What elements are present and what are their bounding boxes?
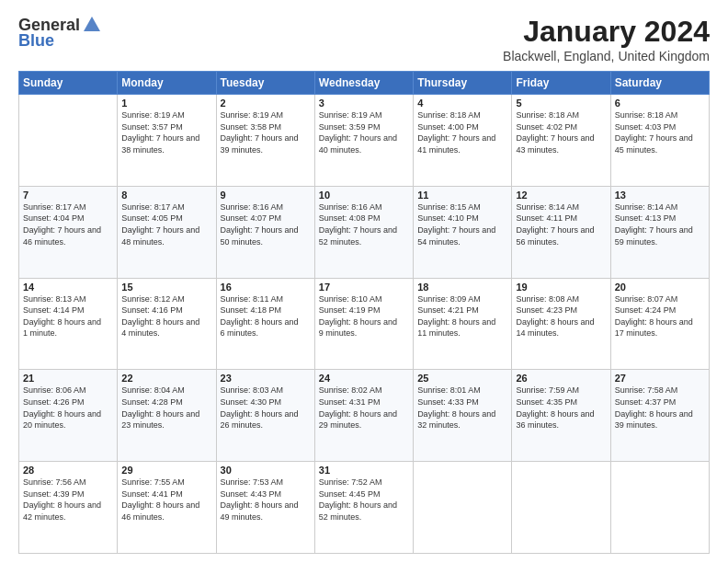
- location: Blackwell, England, United Kingdom: [503, 49, 710, 63]
- calendar-cell: 11Sunrise: 8:15 AMSunset: 4:10 PMDayligh…: [414, 186, 512, 278]
- day-info: Sunrise: 7:55 AMSunset: 4:41 PMDaylight:…: [121, 477, 211, 523]
- day-number: 8: [121, 190, 211, 201]
- day-number: 28: [23, 465, 113, 476]
- logo: General Blue: [18, 15, 102, 51]
- calendar-cell: 22Sunrise: 8:04 AMSunset: 4:28 PMDayligh…: [118, 370, 216, 462]
- header-monday: Monday: [118, 72, 216, 95]
- calendar-cell: 8Sunrise: 8:17 AMSunset: 4:05 PMDaylight…: [118, 186, 216, 278]
- day-info: Sunrise: 7:56 AMSunset: 4:39 PMDaylight:…: [23, 477, 113, 523]
- day-info: Sunrise: 8:18 AMSunset: 4:03 PMDaylight:…: [615, 109, 705, 155]
- title-block: January 2024 Blackwell, England, United …: [503, 15, 710, 63]
- day-info: Sunrise: 8:16 AMSunset: 4:07 PMDaylight:…: [221, 201, 311, 247]
- day-number: 30: [221, 465, 311, 476]
- day-number: 20: [615, 282, 705, 293]
- calendar-table: SundayMondayTuesdayWednesdayThursdayFrid…: [18, 71, 710, 554]
- day-info: Sunrise: 8:03 AMSunset: 4:30 PMDaylight:…: [221, 385, 311, 431]
- day-info: Sunrise: 8:09 AMSunset: 4:21 PMDaylight:…: [417, 293, 507, 339]
- day-number: 15: [121, 282, 211, 293]
- day-info: Sunrise: 8:19 AMSunset: 3:57 PMDaylight:…: [121, 109, 211, 155]
- calendar-cell: 31Sunrise: 7:52 AMSunset: 4:45 PMDayligh…: [314, 462, 413, 554]
- calendar-cell: 12Sunrise: 8:14 AMSunset: 4:11 PMDayligh…: [512, 186, 610, 278]
- calendar-cell: 19Sunrise: 8:08 AMSunset: 4:23 PMDayligh…: [512, 278, 610, 370]
- day-number: 12: [516, 190, 606, 201]
- day-info: Sunrise: 8:14 AMSunset: 4:13 PMDaylight:…: [615, 201, 705, 247]
- calendar-cell: 1Sunrise: 8:19 AMSunset: 3:57 PMDaylight…: [118, 95, 216, 187]
- calendar-cell: 28Sunrise: 7:56 AMSunset: 4:39 PMDayligh…: [19, 462, 118, 554]
- day-number: 6: [615, 98, 705, 109]
- day-info: Sunrise: 8:15 AMSunset: 4:10 PMDaylight:…: [417, 201, 507, 247]
- day-number: 18: [417, 282, 507, 293]
- calendar-cell: 14Sunrise: 8:13 AMSunset: 4:14 PMDayligh…: [19, 278, 118, 370]
- calendar-cell: 2Sunrise: 8:19 AMSunset: 3:58 PMDaylight…: [216, 95, 314, 187]
- header-thursday: Thursday: [414, 72, 512, 95]
- calendar-cell: 4Sunrise: 8:18 AMSunset: 4:00 PMDaylight…: [414, 95, 512, 187]
- day-number: 2: [221, 98, 311, 109]
- day-info: Sunrise: 7:58 AMSunset: 4:37 PMDaylight:…: [615, 385, 705, 431]
- logo-blue-text: Blue: [18, 31, 54, 51]
- calendar-cell: [512, 462, 610, 554]
- day-number: 4: [417, 98, 507, 109]
- day-info: Sunrise: 8:14 AMSunset: 4:11 PMDaylight:…: [516, 201, 606, 247]
- day-info: Sunrise: 7:53 AMSunset: 4:43 PMDaylight:…: [221, 477, 311, 523]
- calendar-cell: 7Sunrise: 8:17 AMSunset: 4:04 PMDaylight…: [19, 186, 118, 278]
- calendar-cell: 6Sunrise: 8:18 AMSunset: 4:03 PMDaylight…: [610, 95, 709, 187]
- calendar-cell: 18Sunrise: 8:09 AMSunset: 4:21 PMDayligh…: [414, 278, 512, 370]
- day-info: Sunrise: 8:06 AMSunset: 4:26 PMDaylight:…: [23, 385, 113, 431]
- header-sunday: Sunday: [19, 72, 118, 95]
- day-number: 24: [319, 373, 409, 384]
- calendar-cell: 30Sunrise: 7:53 AMSunset: 4:43 PMDayligh…: [216, 462, 314, 554]
- day-number: 27: [615, 373, 705, 384]
- svg-marker-0: [84, 17, 100, 31]
- calendar-cell: 3Sunrise: 8:19 AMSunset: 3:59 PMDaylight…: [314, 95, 413, 187]
- header-tuesday: Tuesday: [216, 72, 314, 95]
- day-info: Sunrise: 8:13 AMSunset: 4:14 PMDaylight:…: [23, 293, 113, 339]
- day-info: Sunrise: 8:17 AMSunset: 4:05 PMDaylight:…: [121, 201, 211, 247]
- day-info: Sunrise: 8:12 AMSunset: 4:16 PMDaylight:…: [121, 293, 211, 339]
- month-title: January 2024: [503, 15, 710, 49]
- day-info: Sunrise: 7:59 AMSunset: 4:35 PMDaylight:…: [516, 385, 606, 431]
- day-info: Sunrise: 8:18 AMSunset: 4:02 PMDaylight:…: [516, 109, 606, 155]
- day-number: 7: [23, 190, 113, 201]
- day-info: Sunrise: 8:01 AMSunset: 4:33 PMDaylight:…: [417, 385, 507, 431]
- calendar-header-row: SundayMondayTuesdayWednesdayThursdayFrid…: [19, 72, 710, 95]
- page: General Blue January 2024 Blackwell, Eng…: [0, 0, 728, 563]
- day-number: 5: [516, 98, 606, 109]
- calendar-cell: [414, 462, 512, 554]
- calendar-cell: 10Sunrise: 8:16 AMSunset: 4:08 PMDayligh…: [314, 186, 413, 278]
- calendar-cell: 24Sunrise: 8:02 AMSunset: 4:31 PMDayligh…: [314, 370, 413, 462]
- calendar-cell: 16Sunrise: 8:11 AMSunset: 4:18 PMDayligh…: [216, 278, 314, 370]
- header-friday: Friday: [512, 72, 610, 95]
- day-number: 11: [417, 190, 507, 201]
- day-info: Sunrise: 8:11 AMSunset: 4:18 PMDaylight:…: [221, 293, 311, 339]
- day-info: Sunrise: 8:02 AMSunset: 4:31 PMDaylight:…: [319, 385, 409, 431]
- day-info: Sunrise: 8:04 AMSunset: 4:28 PMDaylight:…: [121, 385, 211, 431]
- week-row-5: 28Sunrise: 7:56 AMSunset: 4:39 PMDayligh…: [19, 462, 710, 554]
- day-number: 16: [221, 282, 311, 293]
- week-row-2: 7Sunrise: 8:17 AMSunset: 4:04 PMDaylight…: [19, 186, 710, 278]
- header: General Blue January 2024 Blackwell, Eng…: [18, 15, 710, 63]
- calendar-cell: 17Sunrise: 8:10 AMSunset: 4:19 PMDayligh…: [314, 278, 413, 370]
- day-number: 17: [319, 282, 409, 293]
- week-row-1: 1Sunrise: 8:19 AMSunset: 3:57 PMDaylight…: [19, 95, 710, 187]
- calendar-cell: 23Sunrise: 8:03 AMSunset: 4:30 PMDayligh…: [216, 370, 314, 462]
- calendar-cell: 27Sunrise: 7:58 AMSunset: 4:37 PMDayligh…: [610, 370, 709, 462]
- calendar-cell: 13Sunrise: 8:14 AMSunset: 4:13 PMDayligh…: [610, 186, 709, 278]
- day-number: 1: [121, 98, 211, 109]
- day-info: Sunrise: 8:08 AMSunset: 4:23 PMDaylight:…: [516, 293, 606, 339]
- day-number: 22: [121, 373, 211, 384]
- day-info: Sunrise: 8:10 AMSunset: 4:19 PMDaylight:…: [319, 293, 409, 339]
- day-info: Sunrise: 8:17 AMSunset: 4:04 PMDaylight:…: [23, 201, 113, 247]
- calendar-cell: 29Sunrise: 7:55 AMSunset: 4:41 PMDayligh…: [118, 462, 216, 554]
- header-wednesday: Wednesday: [314, 72, 413, 95]
- day-number: 3: [319, 98, 409, 109]
- day-info: Sunrise: 8:19 AMSunset: 3:59 PMDaylight:…: [319, 109, 409, 155]
- week-row-3: 14Sunrise: 8:13 AMSunset: 4:14 PMDayligh…: [19, 278, 710, 370]
- calendar-cell: 20Sunrise: 8:07 AMSunset: 4:24 PMDayligh…: [610, 278, 709, 370]
- calendar-cell: [610, 462, 709, 554]
- day-number: 29: [121, 465, 211, 476]
- day-info: Sunrise: 8:16 AMSunset: 4:08 PMDaylight:…: [319, 201, 409, 247]
- calendar-cell: 25Sunrise: 8:01 AMSunset: 4:33 PMDayligh…: [414, 370, 512, 462]
- week-row-4: 21Sunrise: 8:06 AMSunset: 4:26 PMDayligh…: [19, 370, 710, 462]
- day-number: 25: [417, 373, 507, 384]
- day-number: 21: [23, 373, 113, 384]
